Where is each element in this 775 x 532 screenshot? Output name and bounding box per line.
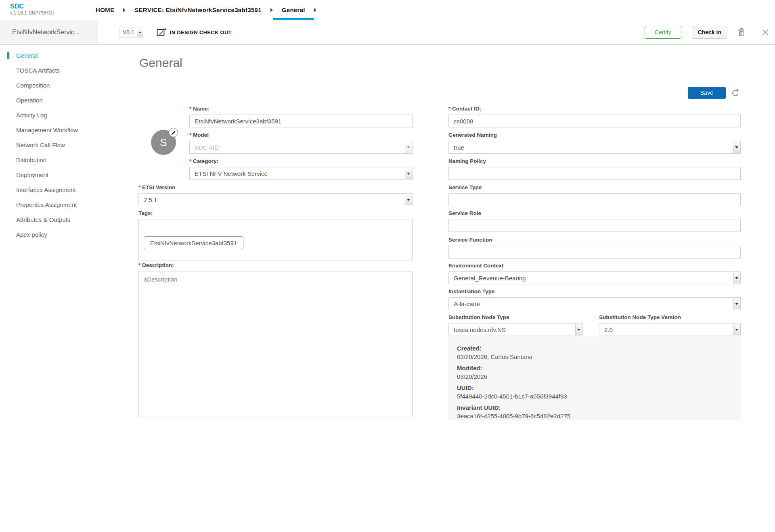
field-naming-policy: Naming Policy	[448, 158, 741, 180]
field-contact-id: Contact ID:	[448, 105, 741, 127]
sidebar-item-general[interactable]: General	[0, 48, 98, 63]
certify-button[interactable]: Certify	[645, 26, 681, 39]
service-role-input[interactable]	[448, 219, 741, 232]
model-label: Model	[189, 131, 413, 138]
etsi-version-select[interactable]: 2.5.1	[138, 193, 413, 206]
etsi-version-label: ETSI Version	[138, 184, 413, 191]
sidebar-item-attributes-outputs[interactable]: Attributes & Outputs	[0, 212, 98, 227]
field-substitution-node-type-version: Substitution Node Type Version 2.0	[599, 314, 741, 336]
toolbar-divider	[150, 26, 150, 38]
invariant-uuid-value: 3eaca16f-4255-4805-9b79-6c5482e2d275	[457, 412, 733, 420]
category-select[interactable]: ETSI NFV Network Service	[189, 167, 413, 180]
meta-modified: Modifed: 03/20/2026	[457, 364, 733, 381]
generated-naming-label: Generated Naming	[448, 131, 741, 138]
sidebar-item-management-workflow[interactable]: Management Workflow	[0, 123, 98, 138]
meta-created: Created: 03/20/2026, Carlos Santana	[457, 344, 733, 361]
field-description: Description: aDescription	[138, 262, 413, 419]
breadcrumb-general[interactable]: General	[273, 0, 314, 20]
breadcrumb-service[interactable]: SERVICE: EtsiNfvNetworkService3abf3591	[126, 0, 270, 20]
generated-naming-select[interactable]: true	[448, 141, 741, 154]
sidebar-item-operation[interactable]: Operation	[0, 93, 98, 108]
save-button[interactable]: Save	[688, 87, 726, 99]
checkout-edit-icon	[157, 28, 166, 37]
entity-title: EtsiNfvNetworkServic...	[0, 20, 98, 44]
service-type-input[interactable]	[448, 193, 741, 206]
version-select[interactable]: V0.1	[119, 27, 143, 38]
field-name: Name:	[189, 105, 413, 127]
avatar-edit-pencil-icon[interactable]	[169, 128, 178, 137]
instantiation-type-select[interactable]: A-la-carte	[448, 297, 741, 310]
naming-policy-label: Naming Policy	[448, 158, 741, 165]
uuid-label: UUID:	[457, 384, 733, 392]
tag-chip[interactable]: EtsiNfvNetworkService3abf3591	[144, 236, 243, 249]
tags-chip-area: EtsiNfvNetworkService3abf3591	[139, 232, 412, 261]
field-generated-naming: Generated Naming true	[448, 131, 741, 154]
service-function-label: Service Function	[448, 236, 741, 243]
dropdown-arrow-icon	[733, 298, 740, 309]
environment-context-select-value: General_Revenue-Bearing	[454, 275, 526, 282]
revert-refresh-icon[interactable]	[731, 88, 740, 97]
service-role-label: Service Role	[448, 210, 741, 217]
substitution-node-type-label: Substitution Node Type	[448, 314, 583, 321]
delete-icon[interactable]	[738, 28, 745, 37]
field-service-function: Service Function	[448, 236, 741, 259]
name-input[interactable]	[189, 115, 413, 127]
model-select-value: SDC AID	[195, 144, 219, 151]
sidebar-item-composition[interactable]: Composition	[0, 78, 98, 93]
app-header: SDC v.1.16.1-SNAPSHOT HOME SERVICE: Etsi…	[0, 0, 775, 20]
dropdown-arrow-icon	[733, 324, 740, 335]
dropdown-arrow-icon	[575, 324, 582, 335]
dropdown-arrow-icon	[733, 142, 740, 153]
field-service-role: Service Role	[448, 210, 741, 232]
breadcrumb: HOME SERVICE: EtsiNfvNetworkService3abf3…	[87, 0, 317, 20]
sidebar-item-tosca-artifacts[interactable]: TOSCA Artifacts	[0, 63, 98, 78]
service-avatar-letter: S	[160, 136, 167, 149]
chevron-down-icon	[137, 27, 143, 37]
category-select-value: ETSI NFV Network Service	[195, 170, 268, 177]
sidebar-item-distribution[interactable]: Distribution	[0, 152, 98, 167]
service-type-label: Service Type	[448, 184, 741, 191]
dropdown-arrow-icon	[405, 194, 412, 205]
substitution-node-type-select[interactable]: tosca.nodes.nfv.NS	[448, 323, 583, 336]
breadcrumb-arrow-icon	[270, 8, 273, 12]
tags-input[interactable]	[139, 219, 412, 232]
field-etsi-version: ETSI Version 2.5.1	[138, 184, 413, 206]
description-textarea[interactable]: aDescription	[138, 271, 413, 417]
sidebar-item-properties-assignment[interactable]: Properties Assignment	[0, 197, 98, 212]
instantiation-type-select-value: A-la-carte	[454, 300, 480, 307]
version-select-value: V0.1	[123, 29, 137, 35]
generated-naming-select-value: true	[454, 144, 464, 151]
sidebar-item-apex-policy[interactable]: Apex policy	[0, 227, 98, 242]
description-label: Description:	[138, 262, 413, 269]
field-service-type: Service Type	[448, 184, 741, 206]
dropdown-arrow-icon	[405, 168, 412, 179]
dropdown-arrow-icon	[733, 272, 740, 284]
environment-context-label: Environment Context	[448, 262, 741, 269]
substitution-node-type-version-select[interactable]: 2.0	[599, 323, 741, 336]
close-icon[interactable]	[762, 29, 769, 35]
environment-context-select[interactable]: General_Revenue-Bearing	[448, 271, 741, 284]
naming-policy-input[interactable]	[448, 167, 741, 180]
field-category: Category: ETSI NFV Network Service	[189, 158, 413, 180]
toolbar-divider	[753, 25, 753, 39]
toolbar-actions: Certify Check in	[645, 25, 775, 39]
sidebar-item-activity-log[interactable]: Activity Log	[0, 108, 98, 123]
service-function-input[interactable]	[448, 246, 741, 259]
breadcrumb-home[interactable]: HOME	[87, 0, 123, 20]
sdc-logo: SDC v.1.16.1-SNAPSHOT	[0, 0, 87, 20]
check-in-button[interactable]: Check in	[692, 26, 727, 39]
sdc-logo-title: SDC	[10, 3, 87, 10]
created-value: 03/20/2026, Carlos Santana	[457, 353, 733, 361]
instantiation-type-label: Instantiation Type	[448, 288, 741, 295]
lifecycle-status-label: IN DESIGN CHECK OUT	[170, 29, 232, 35]
main-content: General Save S Name:	[98, 45, 775, 532]
sidebar-item-interfaces-assignment[interactable]: Interfaces Assignment	[0, 182, 98, 197]
field-tags: Tags: EtsiNfvNetworkService3abf3591	[138, 210, 413, 261]
sidebar-item-network-call-flow[interactable]: Network Call Flow	[0, 138, 98, 152]
contact-id-input[interactable]	[448, 115, 741, 127]
sidebar-item-deployment[interactable]: Deployment	[0, 167, 98, 182]
workspace-toolbar: EtsiNfvNetworkServic... V0.1 IN DESIGN C…	[0, 20, 775, 45]
service-avatar[interactable]: S	[151, 130, 176, 155]
contact-id-label: Contact ID:	[448, 105, 741, 112]
model-select[interactable]: SDC AID	[189, 141, 413, 154]
